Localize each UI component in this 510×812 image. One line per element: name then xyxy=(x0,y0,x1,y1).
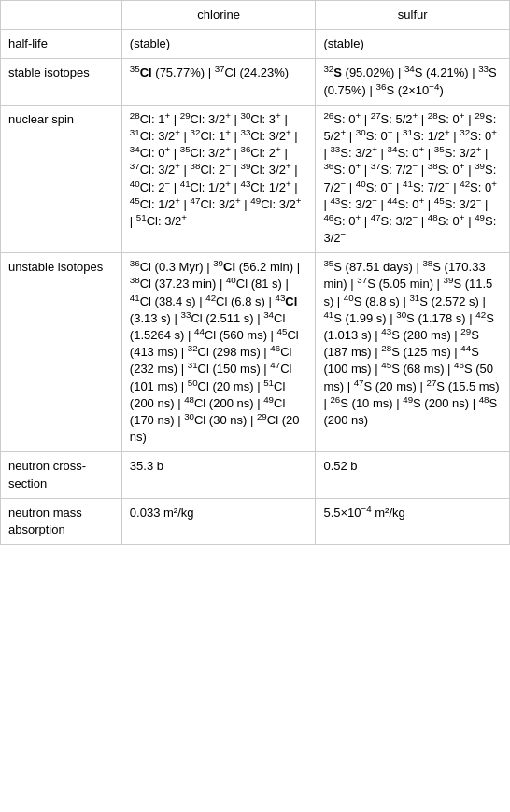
cell-sulfur-neutron-cross: 0.52 b xyxy=(316,452,510,498)
header-label-col xyxy=(1,1,122,30)
cell-sulfur-unstable: 35S (87.51 days) | 38S (170.33 min) | 37… xyxy=(316,253,510,452)
row-label-halflife: half-life xyxy=(1,30,122,59)
table-row: neutron cross-section 35.3 b 0.52 b xyxy=(1,452,510,498)
row-label-neutron-mass: neutron mass absorption xyxy=(1,498,122,544)
row-label-neutron-cross: neutron cross-section xyxy=(1,452,122,498)
table-row: stable isotopes 35Cl (75.77%) | 37Cl (24… xyxy=(1,59,510,105)
row-label-stable: stable isotopes xyxy=(1,59,122,105)
table-row: unstable isotopes 36Cl (0.3 Myr) | 39Cl … xyxy=(1,253,510,452)
header-sulfur: sulfur xyxy=(316,1,510,30)
table-row: nuclear spin 28Cl: 1+ | 29Cl: 3/2+ | 30C… xyxy=(1,105,510,253)
cell-chlorine-unstable: 36Cl (0.3 Myr) | 39Cl (56.2 min) | 38Cl … xyxy=(121,253,316,452)
row-label-unstable: unstable isotopes xyxy=(1,253,122,452)
cell-chlorine-nuclear-spin: 28Cl: 1+ | 29Cl: 3/2+ | 30Cl: 3+ | 31Cl:… xyxy=(121,105,316,253)
table-row: neutron mass absorption 0.033 m²/kg 5.5×… xyxy=(1,498,510,544)
cell-chlorine-neutron-mass: 0.033 m²/kg xyxy=(121,498,316,544)
cell-chlorine-stable: 35Cl (75.77%) | 37Cl (24.23%) xyxy=(121,59,316,105)
cell-sulfur-halflife: (stable) xyxy=(316,30,510,59)
row-label-nuclear-spin: nuclear spin xyxy=(1,105,122,253)
cell-sulfur-nuclear-spin: 26S: 0+ | 27S: 5/2+ | 28S: 0+ | 29S: 5/2… xyxy=(316,105,510,253)
cell-chlorine-neutron-cross: 35.3 b xyxy=(121,452,316,498)
header-chlorine: chlorine xyxy=(121,1,316,30)
cell-sulfur-neutron-mass: 5.5×10−4 m²/kg xyxy=(316,498,510,544)
cell-sulfur-stable: 32S (95.02%) | 34S (4.21%) | 33S (0.75%)… xyxy=(316,59,510,105)
cell-chlorine-halflife: (stable) xyxy=(121,30,316,59)
table-row: half-life (stable) (stable) xyxy=(1,30,510,59)
